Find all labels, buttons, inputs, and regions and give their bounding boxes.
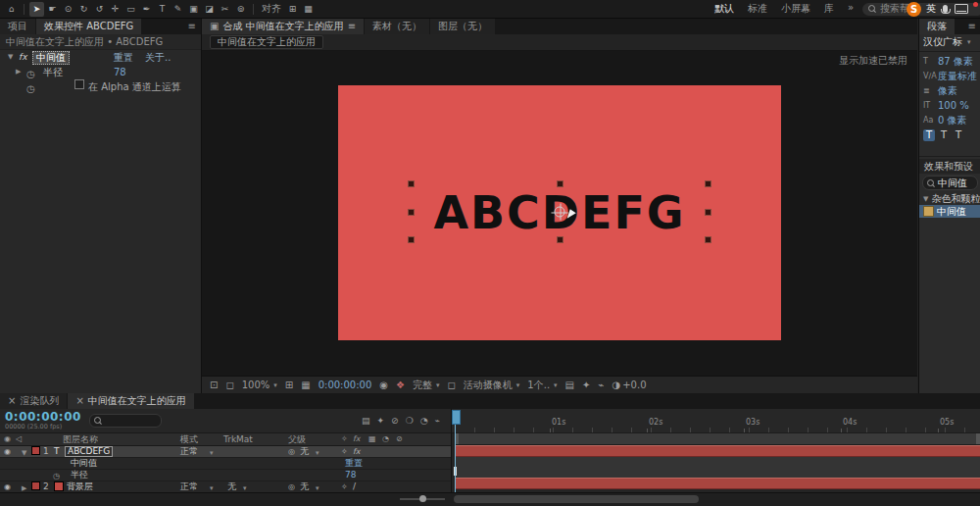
- horizontal-scrollbar[interactable]: [454, 495, 699, 503]
- stopwatch-icon[interactable]: ◷: [26, 81, 35, 96]
- quality-switch-icon[interactable]: /: [353, 481, 356, 492]
- parent-pickwhip-icon[interactable]: ◎: [288, 446, 295, 457]
- parent-select[interactable]: 无: [300, 481, 309, 492]
- column-parent[interactable]: 父级: [288, 433, 306, 445]
- pan-behind-tool-icon[interactable]: ✛: [108, 2, 122, 17]
- selection-tool-icon[interactable]: ➤: [29, 2, 44, 17]
- time-ruler[interactable]: 01s 02s 03s 04s 05s: [452, 409, 980, 433]
- brush-tool-icon[interactable]: ✎: [171, 2, 185, 17]
- column-trkmat[interactable]: TrkMat: [223, 433, 253, 445]
- tab-timeline-comp[interactable]: × 中间值在文字上的应用: [68, 393, 193, 409]
- playhead-handle[interactable]: [452, 410, 461, 425]
- baseline-shift-control[interactable]: Aa 0 像素: [919, 113, 980, 127]
- fast-preview-icon[interactable]: ✦: [582, 380, 590, 390]
- roto-brush-tool-icon[interactable]: ✂: [218, 2, 232, 17]
- region-of-interest-icon[interactable]: ◻: [448, 380, 456, 390]
- composition-canvas[interactable]: ABCDEFG: [338, 85, 781, 340]
- channels-icon[interactable]: ❖: [396, 380, 405, 390]
- tab-footage[interactable]: 素材（无）: [365, 18, 429, 34]
- param-row-radius[interactable]: ◷ 半径 78: [0, 470, 451, 481]
- graph-editor-icon[interactable]: ⌁: [435, 417, 440, 426]
- zoom-slider-knob[interactable]: [419, 495, 426, 502]
- grid-guides-icon[interactable]: ⊞: [285, 380, 293, 390]
- shy-switch-icon[interactable]: ✧: [341, 446, 348, 457]
- effect-row-median[interactable]: 中间值 重置: [0, 458, 451, 470]
- screen-recorder-logo[interactable]: S: [906, 2, 921, 17]
- about-effect-link[interactable]: 关于..: [145, 50, 171, 65]
- hide-shy-layers-icon[interactable]: ⊘: [391, 417, 399, 426]
- layer-row-1[interactable]: ◉ ▼ 1 T ABCDEFG 正常 ▾ ◎ 无 ▾ ✧ fx: [0, 446, 451, 458]
- magnification-select[interactable]: 100%▾: [242, 380, 277, 390]
- anchor-point-icon[interactable]: [555, 207, 565, 218]
- preset-item-median[interactable]: 中间值: [919, 205, 980, 218]
- blend-mode-select[interactable]: 正常: [180, 481, 198, 492]
- snapshot-icon[interactable]: ◉: [379, 380, 388, 390]
- close-icon[interactable]: ×: [75, 396, 83, 406]
- ime-language-indicator[interactable]: 英: [926, 2, 936, 16]
- composition-viewer[interactable]: 显示加速已禁用 ABCDEFG: [202, 51, 917, 376]
- motion-blur-icon[interactable]: ◔: [420, 417, 428, 426]
- timeline-search-input[interactable]: [89, 414, 162, 428]
- draft-3d-icon[interactable]: ✦: [377, 417, 385, 426]
- pixel-aspect-icon[interactable]: ▤: [565, 380, 574, 390]
- effects-presets-search-input[interactable]: 中间值: [922, 176, 978, 190]
- label-color-chip[interactable]: [31, 481, 40, 490]
- eye-toggle-icon[interactable]: ◉: [4, 446, 11, 457]
- tab-effect-controls[interactable]: 效果控件 ABCDEFG: [36, 18, 141, 34]
- trkmat-select[interactable]: 无: [227, 481, 236, 492]
- align-grid-icon[interactable]: ⊞: [285, 2, 300, 17]
- view-layout-select[interactable]: 1个..▾: [527, 379, 557, 392]
- font-size-control[interactable]: T 87 像素: [919, 54, 980, 69]
- param-value[interactable]: 78: [345, 470, 356, 481]
- column-layer-name[interactable]: 图层名称: [63, 433, 98, 445]
- keyboard-icon[interactable]: [955, 4, 968, 14]
- view-select[interactable]: 活动摄像机▾: [464, 379, 520, 392]
- parent-pickwhip-icon[interactable]: ◎: [288, 481, 295, 492]
- layer-name[interactable]: 背景层: [67, 481, 93, 492]
- column-mode[interactable]: 模式: [180, 433, 198, 445]
- eraser-tool-icon[interactable]: ◪: [202, 2, 217, 17]
- hand-tool-icon[interactable]: ☛: [45, 2, 60, 17]
- all-caps-button[interactable]: T: [953, 129, 964, 141]
- tracking-control[interactable]: ≣ 像素: [919, 83, 980, 98]
- faux-italic-button[interactable]: T: [938, 129, 950, 141]
- layer-bar-2[interactable]: [455, 478, 980, 489]
- pen-tool-icon[interactable]: ✒: [139, 2, 154, 17]
- zoom-tool-icon[interactable]: ⊙: [61, 2, 75, 17]
- timeline-zoom-slider[interactable]: [400, 498, 445, 500]
- kerning-control[interactable]: V∕A 度量标准: [919, 69, 980, 83]
- tab-project[interactable]: 项目: [0, 18, 35, 34]
- tab-composition[interactable]: ▣ 合成 中间值在文字上的应用 ≡: [202, 18, 364, 34]
- fx-switch-icon[interactable]: fx: [353, 446, 361, 457]
- camera-tool-icon[interactable]: ↺: [92, 2, 107, 17]
- workspace-libraries[interactable]: 库: [824, 2, 834, 16]
- label-color-chip[interactable]: [31, 446, 40, 455]
- work-area-bar[interactable]: [455, 432, 980, 445]
- effect-name[interactable]: 中间值: [32, 51, 70, 65]
- mask-visibility-icon[interactable]: ▦: [301, 380, 310, 390]
- twirl-open-icon[interactable]: ▼: [8, 50, 13, 65]
- monitor-icon[interactable]: ◻: [225, 380, 233, 390]
- exposure-control[interactable]: ◑ +0.0: [612, 380, 646, 390]
- font-family-select[interactable]: 汉仪广标 ▾: [919, 34, 980, 49]
- resolution-select[interactable]: 完整▾: [413, 379, 440, 392]
- vertical-scale-control[interactable]: IT 100 %: [919, 98, 980, 113]
- preview-timecode[interactable]: 0:00:00:00: [318, 380, 372, 390]
- window-icon[interactable]: ⊡: [210, 380, 218, 390]
- shape-tool-icon[interactable]: ▭: [123, 2, 138, 17]
- workspace-default[interactable]: 默认: [714, 2, 734, 16]
- rotation-tool-icon[interactable]: ↻: [76, 2, 91, 17]
- workspace-small-screen[interactable]: 小屏幕: [781, 2, 810, 16]
- reset-effect-link[interactable]: 重置: [114, 50, 133, 65]
- blend-mode-select[interactable]: 正常: [180, 446, 198, 457]
- tab-render-queue[interactable]: × 渲染队列: [0, 393, 67, 409]
- close-icon[interactable]: ×: [8, 396, 16, 406]
- faux-bold-button[interactable]: T: [923, 129, 935, 141]
- shy-switch-icon[interactable]: ✧: [341, 481, 348, 492]
- effects-presets-header[interactable]: 效果和预设: [919, 159, 980, 174]
- workspace-standard[interactable]: 标准: [748, 2, 767, 16]
- microphone-icon[interactable]: [943, 5, 948, 13]
- workspace-overflow[interactable]: »: [848, 2, 854, 16]
- stopwatch-icon[interactable]: ◷: [53, 471, 60, 481]
- twirl-closed-icon[interactable]: ▶: [16, 65, 21, 79]
